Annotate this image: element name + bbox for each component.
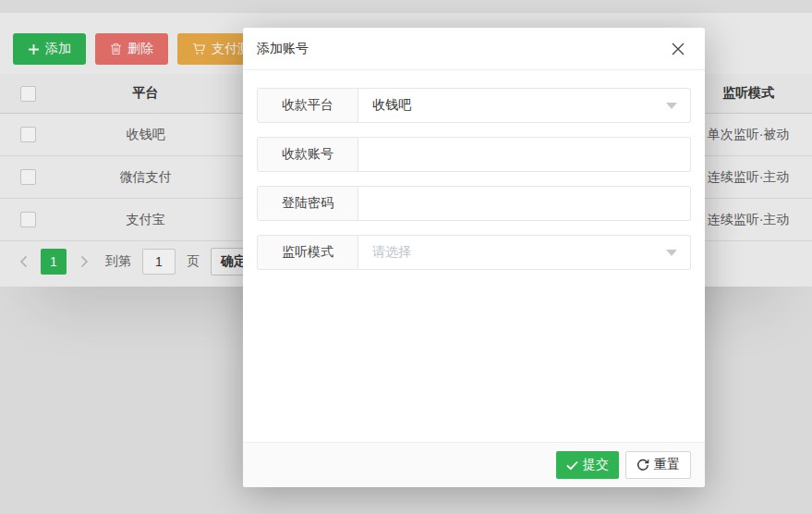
- password-field-label: 登陆密码: [257, 186, 358, 221]
- refresh-icon: [636, 459, 649, 471]
- delete-button-label: 删除: [127, 41, 153, 57]
- account-field-label: 收款账号: [257, 137, 358, 172]
- trash-icon: [110, 43, 122, 55]
- chevron-down-icon: [666, 103, 677, 109]
- reset-button[interactable]: 重置: [625, 451, 691, 479]
- delete-button[interactable]: 删除: [95, 33, 168, 65]
- submit-button-label: 提交: [583, 457, 609, 473]
- password-input[interactable]: [358, 187, 690, 220]
- platform-cell: 微信支付: [55, 169, 236, 186]
- modal-footer: 提交 重置: [243, 442, 705, 487]
- field-account: 收款账号: [257, 137, 691, 172]
- close-button[interactable]: [668, 39, 688, 59]
- account-input-wrap: [358, 137, 691, 172]
- goto-prefix-label: 到第: [102, 253, 135, 270]
- field-platform: 收款平台 收钱吧: [257, 88, 691, 123]
- page-number-button[interactable]: 1: [41, 249, 67, 275]
- reset-button-label: 重置: [654, 457, 680, 473]
- goto-suffix-label: 页: [183, 253, 203, 270]
- field-password: 登陆密码: [257, 186, 691, 221]
- modal-header: 添加账号: [243, 28, 705, 70]
- listen-mode-field-label: 监听模式: [257, 235, 358, 270]
- row-checkbox[interactable]: [20, 127, 36, 142]
- password-input-wrap: [358, 186, 691, 221]
- check-icon: [566, 460, 578, 471]
- close-icon: [672, 43, 685, 55]
- chevron-left-icon: [19, 255, 28, 268]
- platform-cell: 收钱吧: [55, 127, 236, 143]
- chevron-down-icon: [666, 250, 677, 256]
- modal-title: 添加账号: [257, 41, 309, 57]
- add-button-label: 添加: [45, 41, 71, 57]
- add-account-modal: 添加账号 收款平台 收钱吧 收款账号 登陆密码 监听模式: [243, 28, 705, 487]
- platform-cell: 支付宝: [55, 212, 236, 228]
- submit-button[interactable]: 提交: [556, 451, 619, 479]
- plus-icon: [28, 43, 40, 55]
- add-button[interactable]: 添加: [13, 33, 86, 65]
- platform-field-label: 收款平台: [257, 88, 358, 123]
- toolbar: 添加 删除 支付测试: [13, 33, 278, 65]
- account-input[interactable]: [358, 138, 690, 171]
- select-all-checkbox[interactable]: [20, 86, 36, 102]
- listen-mode-placeholder: 请选择: [358, 244, 411, 261]
- goto-page-input[interactable]: [142, 249, 176, 275]
- listen-mode-select[interactable]: 请选择: [358, 235, 691, 270]
- field-listen-mode: 监听模式 请选择: [257, 235, 691, 270]
- platform-select-value: 收钱吧: [358, 97, 411, 114]
- next-page-button[interactable]: [74, 249, 94, 275]
- prev-page-button[interactable]: [13, 249, 33, 275]
- pagination: 1 到第 页 确定: [13, 248, 257, 275]
- column-header-platform: 平台: [55, 85, 236, 102]
- platform-select[interactable]: 收钱吧: [358, 88, 691, 123]
- modal-body: 收款平台 收钱吧 收款账号 登陆密码 监听模式 请选择: [243, 70, 705, 270]
- chevron-right-icon: [80, 255, 89, 268]
- cart-icon: [192, 43, 206, 55]
- row-checkbox[interactable]: [20, 169, 36, 185]
- row-checkbox[interactable]: [20, 212, 36, 227]
